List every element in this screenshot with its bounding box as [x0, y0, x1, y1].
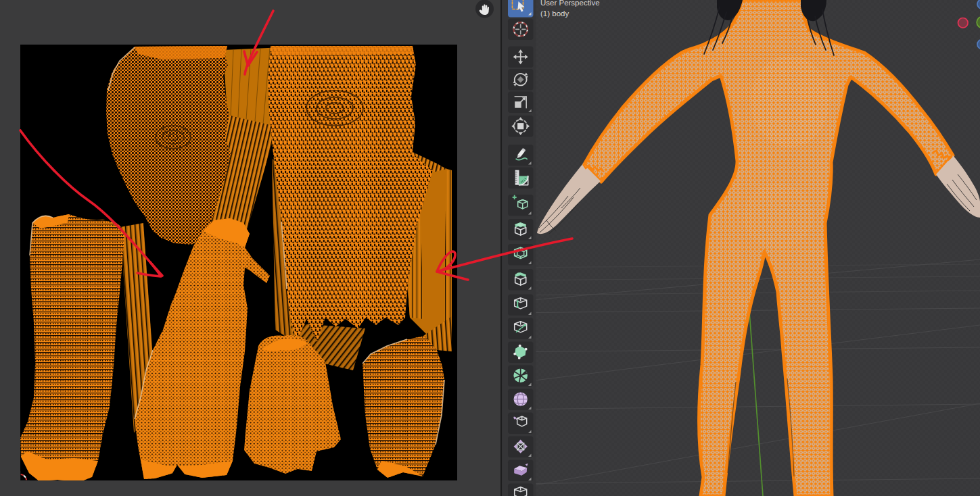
svg-text:(1) body: (1) body [540, 9, 569, 18]
svg-text:User Perspective: User Perspective [540, 0, 600, 7]
